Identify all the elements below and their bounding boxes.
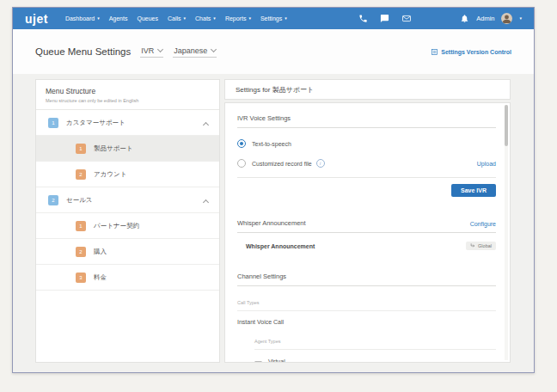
nav-calls[interactable]: Calls▾ — [168, 15, 186, 21]
virtual-agent-checkbox[interactable] — [254, 361, 262, 364]
menu-structure-subtitle: Menu structure can only be edited in Eng… — [46, 98, 210, 103]
menu-number-badge: 2 — [76, 169, 86, 180]
menu-item-pricing[interactable]: 3 料金 — [36, 265, 219, 291]
settings-panel-header: Settings for 製品サポート — [224, 79, 511, 100]
menu-number-badge: 2 — [76, 247, 86, 257]
ivr-selector[interactable]: IVR — [140, 46, 163, 58]
save-ivr-button[interactable]: Save IVR — [451, 184, 496, 197]
caret-down-icon: ▾ — [97, 16, 100, 21]
scrollbar-track[interactable] — [505, 105, 508, 360]
channel-settings-title: Channel Settings — [237, 273, 286, 280]
upload-link[interactable]: Upload — [477, 161, 496, 167]
ivr-voice-settings-title: IVR Voice Settings — [237, 114, 291, 122]
page-header: Queue Menu Settings IVR Japanese Setting… — [13, 29, 534, 74]
nav-reports[interactable]: Reports▾ — [225, 15, 251, 21]
whisper-announcement-title: Whisper Announcement — [237, 219, 306, 227]
menu-structure-title: Menu Structure — [46, 87, 210, 95]
top-navbar: ujet Dashboard▾ Agents Queues Calls▾ Cha… — [13, 8, 534, 29]
divider — [237, 177, 496, 178]
version-control-icon — [432, 49, 438, 55]
bell-icon[interactable] — [460, 14, 469, 23]
menu-number-badge: 1 — [48, 118, 58, 128]
language-selector[interactable]: Japanese — [173, 46, 217, 58]
mail-icon[interactable] — [401, 14, 412, 23]
text-to-speech-radio[interactable] — [237, 139, 246, 148]
whisper-announcement-section: Whisper Announcement Configure — [237, 219, 496, 233]
whisper-announcement-row: Whisper Announcement Global — [237, 242, 496, 250]
nav-dashboard[interactable]: Dashboard▾ — [65, 15, 100, 21]
customized-record-file-option: Customized record file i Upload — [237, 159, 496, 168]
chevron-down-icon — [157, 46, 163, 52]
menu-item-product-support[interactable]: 1 製品サポート — [36, 136, 219, 162]
menu-item-account[interactable]: 2 アカウント — [36, 162, 219, 187]
caret-down-icon: ▾ — [213, 16, 216, 21]
nav-chats[interactable]: Chats▾ — [195, 15, 216, 21]
chat-icon[interactable] — [380, 14, 389, 23]
menu-item-purchase[interactable]: 2 購入 — [36, 239, 219, 265]
menu-number-badge: 1 — [76, 144, 86, 154]
customized-record-file-radio[interactable] — [237, 159, 246, 168]
menu-item-customer-support[interactable]: 1 カスタマーサポート — [36, 110, 219, 136]
settings-panel-body: IVR Voice Settings Text-to-speech Custom… — [224, 102, 511, 363]
caret-down-icon[interactable]: ▾ — [519, 16, 522, 21]
ujet-logo[interactable]: ujet — [25, 12, 48, 25]
settings-version-control-link[interactable]: Settings Version Control — [432, 49, 511, 55]
menu-structure-header: Menu Structure Menu structure can only b… — [36, 80, 219, 110]
menu-number-badge: 3 — [76, 273, 86, 283]
chevron-down-icon — [211, 46, 217, 52]
user-name[interactable]: Admin — [476, 15, 494, 22]
menu-item-partner-contract[interactable]: 1 パートナー契約 — [36, 213, 219, 239]
menu-number-badge: 1 — [76, 221, 86, 231]
nav-queues[interactable]: Queues — [137, 15, 158, 21]
channel-icons — [358, 14, 412, 23]
avatar[interactable] — [501, 13, 512, 24]
content-area: Menu Structure Menu structure can only b… — [13, 74, 534, 372]
app-window: ujet Dashboard▾ Agents Queues Calls▾ Cha… — [12, 7, 535, 373]
call-types-label-row: Call Types — [237, 292, 496, 311]
settings-panel-title: Settings for 製品サポート — [236, 85, 314, 95]
whisper-configure-link[interactable]: Configure — [470, 221, 496, 227]
virtual-agent-status: No Virtual Agent assigned — [285, 362, 414, 364]
menu-item-sales[interactable]: 2 セールス — [36, 187, 219, 213]
nav-agents[interactable]: Agents — [109, 15, 128, 21]
user-area: Admin ▾ — [460, 13, 522, 24]
instant-voice-call-label: Instant Voice Call — [237, 319, 496, 325]
chevron-up-icon[interactable] — [203, 122, 209, 128]
nav-settings[interactable]: Settings▾ — [260, 15, 287, 21]
caret-down-icon: ▾ — [184, 16, 187, 21]
menu-number-badge: 2 — [48, 195, 58, 205]
chevron-up-icon[interactable] — [203, 199, 209, 205]
global-badge: Global — [466, 242, 496, 250]
scrollbar-thumb[interactable] — [505, 105, 508, 146]
menu-structure-panel: Menu Structure Menu structure can only b… — [35, 79, 220, 363]
text-to-speech-option: Text-to-speech — [237, 139, 496, 148]
virtual-agent-row: Virtual Agent No Virtual Agent assigned … — [254, 357, 496, 363]
agent-types-label-row: Agent Types — [254, 331, 496, 350]
global-arrow-icon — [470, 243, 475, 248]
phone-icon[interactable] — [358, 14, 368, 23]
main-nav: Dashboard▾ Agents Queues Calls▾ Chats▾ R… — [65, 15, 287, 21]
caret-down-icon: ▾ — [248, 16, 251, 21]
page-title: Queue Menu Settings — [35, 46, 131, 57]
ivr-voice-settings-section: IVR Voice Settings — [237, 114, 496, 128]
channel-settings-section: Channel Settings — [237, 273, 496, 286]
caret-down-icon: ▾ — [285, 16, 287, 21]
info-icon[interactable]: i — [316, 159, 325, 168]
